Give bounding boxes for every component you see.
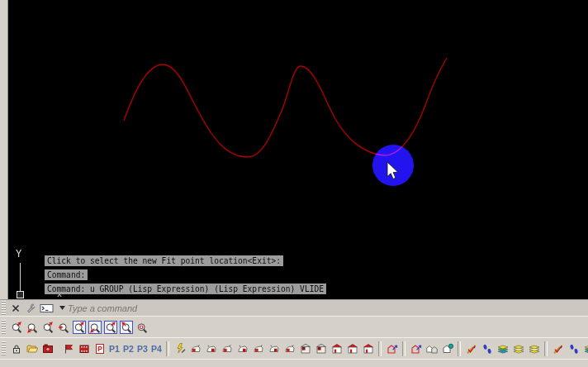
p2-button[interactable]: P2	[121, 340, 135, 358]
drawing-canvas[interactable]: Y x Click to select the new Fit point lo…	[0, 0, 588, 299]
caret-down-icon[interactable]	[58, 301, 66, 316]
svg-text:P: P	[97, 345, 102, 353]
block-dark-2-button[interactable]	[313, 340, 329, 358]
photo-red-button[interactable]	[40, 340, 55, 358]
ucs-y-label: Y	[16, 248, 21, 260]
docked-panel-edge	[0, 0, 8, 299]
zoom-extents-button[interactable]	[118, 318, 134, 336]
toolbar-separator	[166, 341, 169, 356]
house-globe-button[interactable]	[439, 340, 455, 358]
customize-wrench-icon[interactable]	[23, 301, 38, 316]
layers-yellow-1-button[interactable]	[510, 340, 526, 358]
block-dark-1-button[interactable]	[297, 340, 313, 358]
history-line: Command: u GROUP (Lisp Expression) (Lisp…	[45, 284, 326, 294]
tool-red-1-button[interactable]	[187, 340, 203, 358]
toolbar-grip[interactable]	[2, 320, 6, 335]
close-icon[interactable]	[8, 301, 23, 316]
toolbar-separator	[402, 341, 405, 356]
tool-red-6-button[interactable]	[266, 340, 282, 358]
open-folder-button[interactable]	[24, 340, 40, 358]
layers-color-2-button[interactable]	[581, 340, 588, 358]
zoom-scale-button[interactable]	[102, 318, 118, 336]
film-red-button[interactable]	[76, 340, 92, 358]
house-arrow-2-button[interactable]	[408, 340, 424, 358]
grip-circle[interactable]	[372, 145, 414, 186]
ucs-origin-marker	[17, 291, 24, 298]
status-strip	[0, 359, 588, 367]
history-line: Command:	[45, 269, 88, 280]
footprints-button[interactable]	[479, 340, 495, 358]
command-bar-grip[interactable]	[2, 301, 6, 316]
tool-red-7-button[interactable]	[282, 340, 297, 358]
house-red-2-button[interactable]	[344, 340, 360, 358]
zoom-window-button[interactable]	[71, 318, 87, 336]
command-bar	[0, 299, 588, 316]
layers-color-button[interactable]	[495, 340, 510, 358]
flash-edit-button[interactable]	[172, 340, 187, 358]
lock-button[interactable]	[8, 340, 24, 358]
p4-button[interactable]: P4	[149, 340, 164, 358]
flag-red-button[interactable]	[60, 340, 76, 358]
history-line: Click to select the new Fit point locati…	[45, 255, 283, 266]
layers-yellow-2-button[interactable]	[526, 340, 542, 358]
tool-red-2-button[interactable]	[203, 340, 219, 358]
zoom-all-button[interactable]	[40, 318, 55, 336]
zoom-out-button[interactable]	[24, 318, 40, 336]
toolbar-separator	[378, 341, 382, 356]
zoom-in-button[interactable]	[8, 318, 24, 336]
tool-red-3-button[interactable]	[219, 340, 235, 358]
command-history: Click to select the new Fit point locati…	[45, 255, 326, 298]
command-input[interactable]	[66, 303, 588, 314]
main-toolbar: PP1P2P3P4	[0, 337, 588, 359]
edit-check-button[interactable]	[463, 340, 479, 358]
spline-curve[interactable]	[124, 58, 447, 157]
houses-pair-button[interactable]	[424, 340, 439, 358]
p3-button[interactable]: P3	[135, 340, 149, 358]
house-red-1-button[interactable]	[329, 340, 344, 358]
tool-red-4-button[interactable]	[235, 340, 250, 358]
zoom-dynamic-button[interactable]	[87, 318, 102, 336]
house-red-3-button[interactable]	[360, 340, 376, 358]
drawing-layer	[0, 0, 588, 299]
application-window: Y x Click to select the new Fit point lo…	[0, 0, 588, 367]
tool-red-5-button[interactable]	[250, 340, 266, 358]
p1-button[interactable]: P1	[107, 340, 121, 358]
toolbar-separator	[458, 341, 461, 356]
toolbar-grip[interactable]	[2, 341, 6, 356]
zoom-previous-button[interactable]	[55, 318, 71, 336]
zoom-center-button[interactable]	[134, 318, 149, 336]
zoom-toolbar	[0, 316, 588, 337]
page-p-button[interactable]: P	[92, 340, 107, 358]
house-arrow-button[interactable]	[384, 340, 400, 358]
footprints-2-button[interactable]	[566, 340, 581, 358]
command-prompt-icon[interactable]	[38, 301, 58, 316]
toolbar-separator	[544, 341, 548, 356]
edit-check-2-button[interactable]	[550, 340, 566, 358]
